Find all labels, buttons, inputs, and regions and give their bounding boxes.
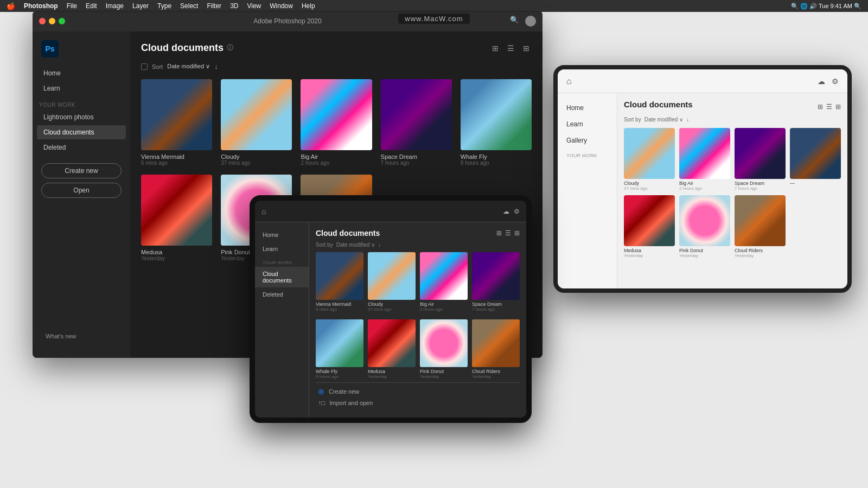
ipad-list-view[interactable]: ☰ bbox=[826, 103, 832, 111]
menu-layer[interactable]: Layer bbox=[132, 2, 149, 10]
info-icon[interactable]: ⓘ bbox=[227, 43, 233, 53]
import-icon: ↑□ bbox=[318, 399, 325, 407]
home-icon[interactable]: ⌂ bbox=[566, 76, 572, 86]
ipad-p-nav-learn[interactable]: Learn bbox=[255, 242, 309, 256]
menu-filter[interactable]: Filter bbox=[207, 2, 221, 10]
ipad-portrait-bottom: ⊕ Create new ↑□ Import and open bbox=[316, 382, 520, 411]
whats-new-link[interactable]: What's new bbox=[39, 330, 124, 343]
ipad-p-doc-cloudy[interactable]: Cloudy 37 mins ago bbox=[368, 252, 416, 315]
menu-photoshop[interactable]: Photoshop bbox=[24, 2, 58, 10]
menu-edit[interactable]: Edit bbox=[86, 2, 97, 10]
list-view-button[interactable]: ☰ bbox=[505, 43, 516, 54]
ipad-doc-pinkdonut[interactable]: Pink Donut Yesterday bbox=[679, 195, 730, 258]
ipad-p-sort-dir[interactable]: ↓ bbox=[378, 242, 381, 248]
doc-card-cloudy[interactable]: Cloudy 37 mins ago bbox=[221, 79, 292, 166]
ipad-p-doc-name: Whale Fly bbox=[316, 369, 363, 374]
ipad-p-doc-name: Medusa bbox=[368, 369, 416, 374]
menu-image[interactable]: Image bbox=[106, 2, 124, 10]
doc-card-whale-fly[interactable]: Whale Fly 8 hours ago bbox=[461, 79, 532, 166]
ipad-nav-home[interactable]: Home bbox=[558, 100, 617, 116]
apple-icon[interactable]: 🍎 bbox=[7, 2, 15, 10]
ipad-sync-icon[interactable]: ⊞ bbox=[818, 103, 823, 111]
ipad-doc-cloudriders[interactable]: Cloud Riders Yesterday bbox=[735, 195, 786, 258]
ipad-p-home-icon[interactable]: ⌂ bbox=[261, 207, 266, 216]
sidebar-item-learn[interactable]: Learn bbox=[37, 81, 126, 95]
doc-thumb-medusa bbox=[141, 175, 212, 246]
ipad-p-sync-icon[interactable]: ⊞ bbox=[496, 229, 502, 237]
menu-help[interactable]: Help bbox=[302, 2, 315, 10]
sort-select[interactable]: Date modified ∨ bbox=[167, 63, 210, 70]
import-open-item[interactable]: ↑□ Import and open bbox=[316, 399, 520, 407]
ipad-p-nav-cloud-docs[interactable]: Cloud documents bbox=[255, 267, 309, 287]
ipad-doc-time: Yesterday bbox=[679, 253, 730, 258]
create-new-button[interactable]: Create new bbox=[41, 163, 122, 178]
ipad-p-doc-whalefly[interactable]: Whale Fly 6 hours ago bbox=[316, 319, 363, 382]
ipad-p-doc-cloudriders[interactable]: Cloud Riders Yesterday bbox=[472, 319, 520, 382]
doc-card-medusa[interactable]: Medusa Yesterday bbox=[141, 175, 212, 261]
ipad-doc-bigair[interactable]: Big Air 2 hours ago bbox=[679, 128, 730, 191]
ipad-doc-name: Big Air bbox=[679, 181, 730, 186]
sidebar-item-home[interactable]: Home bbox=[37, 66, 126, 80]
ipad-p-doc-medusa[interactable]: Medusa Yesterday bbox=[368, 319, 416, 382]
doc-card-big-air[interactable]: Big Air 2 hours ago bbox=[301, 79, 372, 166]
ipad-grid-view[interactable]: ⊞ bbox=[835, 103, 841, 111]
ipad-p-doc-pinkdonut[interactable]: Pink Donut Yesterday bbox=[420, 319, 468, 382]
doc-card-space-dream[interactable]: Space Dream 7 hours ago bbox=[381, 79, 452, 166]
menu-file[interactable]: File bbox=[67, 2, 77, 10]
sidebar: Ps Home Learn YOUR WORK Lightroom photos… bbox=[33, 31, 130, 358]
doc-name: Big Air bbox=[301, 153, 372, 160]
sort-checkbox[interactable] bbox=[141, 63, 148, 70]
doc-time: 7 hours ago bbox=[381, 160, 452, 166]
gear-icon[interactable]: ⚙ bbox=[832, 77, 839, 86]
ipad-nav-learn[interactable]: Learn bbox=[558, 116, 617, 132]
ipad-p-list-view[interactable]: ☰ bbox=[505, 229, 511, 237]
menu-view[interactable]: View bbox=[247, 2, 261, 10]
ipad-p-doc-vienna[interactable]: Vienna Mermaid 6 mins ago bbox=[316, 252, 363, 315]
ipad-doc-cloudy[interactable]: Cloudy 37 mins ago bbox=[624, 128, 675, 191]
ipad-nav-gallery[interactable]: Gallery bbox=[558, 132, 617, 149]
doc-name: Whale Fly bbox=[461, 153, 532, 160]
ipad-p-sort-select[interactable]: Date modified ∨ bbox=[336, 242, 375, 248]
import-open-label: Import and open bbox=[329, 400, 373, 406]
doc-card-vienna-mermaid[interactable]: Vienna Mermaid 6 mins ago bbox=[141, 79, 212, 166]
sidebar-item-lightroom[interactable]: Lightroom photos bbox=[37, 110, 126, 124]
ipad-p-gear-icon[interactable]: ⚙ bbox=[514, 208, 520, 215]
ipad-doc-name: Cloud Riders bbox=[735, 248, 786, 253]
ipad-thumb-medusa bbox=[624, 195, 675, 246]
ipad-landscape-main: Cloud documents ⊞ ☰ ⊞ Sort by Date modif… bbox=[617, 93, 847, 288]
sort-direction-icon[interactable]: ↓ bbox=[214, 62, 218, 70]
ipad-sort-dir[interactable]: ↓ bbox=[686, 117, 689, 123]
ipad-p-doc-spacedream[interactable]: Space Dream 7 hours ago bbox=[472, 252, 520, 315]
ipad-doc-spacedream[interactable]: Space Dream 7 hours ago bbox=[735, 128, 786, 191]
menu-type[interactable]: Type bbox=[157, 2, 171, 10]
ipad-doc-medusa[interactable]: Medusa Yesterday bbox=[624, 195, 675, 258]
ipad-sort-select[interactable]: Date modified ∨ bbox=[644, 117, 683, 123]
ipad-landscape-inner: ⌂ ☁ ⚙ Home Learn Gallery YOUR WORK Cloud… bbox=[558, 69, 847, 288]
sidebar-work-nav: Lightroom photos Cloud documents Deleted bbox=[33, 110, 130, 155]
ipad-p-grid-view[interactable]: ⊞ bbox=[514, 229, 520, 237]
open-button[interactable]: Open bbox=[41, 183, 122, 198]
ipad-p-nav-deleted[interactable]: Deleted bbox=[255, 287, 309, 301]
create-new-label: Create new bbox=[329, 388, 359, 395]
ipad-doc-name: — bbox=[790, 181, 841, 186]
grid-view-button[interactable]: ⊞ bbox=[521, 43, 532, 54]
ipad-portrait-sidebar: Home Learn YOUR WORK Cloud documents Del… bbox=[255, 222, 309, 418]
create-new-item[interactable]: ⊕ Create new bbox=[316, 387, 520, 396]
sync-icon[interactable]: ⊞ bbox=[490, 43, 501, 54]
cloud-icon[interactable]: ☁ bbox=[818, 77, 825, 86]
sidebar-item-cloud-docs[interactable]: Cloud documents bbox=[37, 125, 126, 139]
doc-name: Medusa bbox=[141, 249, 212, 255]
ipad-p-doc-bigair[interactable]: Big Air 2 hours ago bbox=[420, 252, 468, 315]
ipad-p-cloud-icon[interactable]: ☁ bbox=[503, 208, 509, 215]
ipad-p-doc-name: Pink Donut bbox=[420, 369, 468, 374]
sidebar-item-deleted[interactable]: Deleted bbox=[37, 140, 126, 155]
content-title-text: Cloud documents bbox=[141, 42, 224, 54]
menu-select[interactable]: Select bbox=[180, 2, 198, 10]
ipad-thumb-bigair bbox=[679, 128, 730, 179]
ipad-doc-placeholder[interactable]: — bbox=[790, 128, 841, 191]
ipad-landscape-grid: Cloudy 37 mins ago Big Air 2 hours ago S… bbox=[624, 128, 841, 258]
ipad-portrait-main: Cloud documents ⊞ ☰ ⊞ Sort by Date modif… bbox=[309, 222, 526, 418]
ipad-p-nav-home[interactable]: Home bbox=[255, 228, 309, 242]
menu-window[interactable]: Window bbox=[270, 2, 293, 10]
menu-3d[interactable]: 3D bbox=[230, 2, 238, 10]
